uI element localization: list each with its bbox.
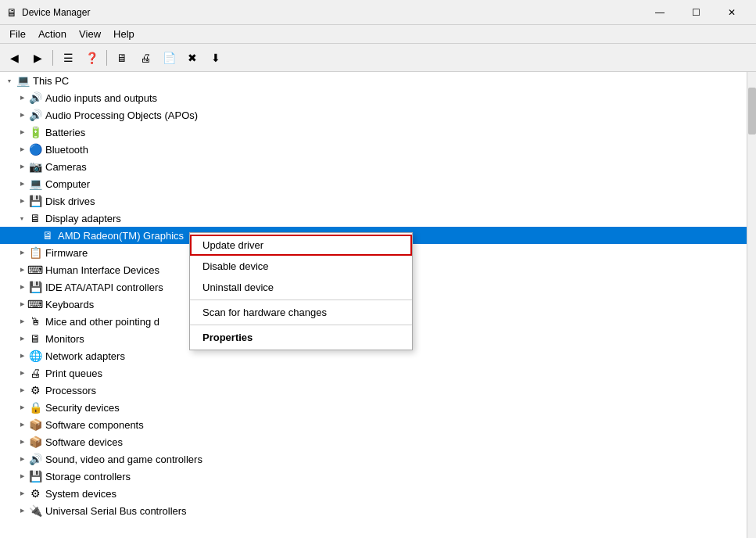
back-button[interactable]: ◀: [3, 47, 25, 69]
disk-drives-icon: 💾: [28, 194, 42, 208]
amd-radeon-icon: 🖥: [41, 228, 55, 242]
amd-radeon-label: AMD Radeon(TM) Graphics: [58, 230, 184, 242]
cameras-expand-icon: [16, 160, 28, 173]
security-devices-icon: 🔒: [28, 400, 42, 414]
tree-item-sound-video[interactable]: 🔊 Sound, video and game controllers: [0, 450, 747, 468]
monitors-label: Monitors: [45, 333, 84, 345]
view-device-button[interactable]: 🖥: [111, 47, 133, 69]
tree-item-processors[interactable]: ⚙ Processors: [0, 382, 747, 399]
root-expand-icon: [3, 74, 16, 87]
title-bar: 🖥 Device Manager — ☐ ✕: [0, 0, 756, 25]
usb-icon: 🔌: [28, 504, 42, 518]
properties-toolbar-button[interactable]: ☰: [57, 47, 79, 69]
maximize-button[interactable]: ☐: [678, 0, 714, 25]
bluetooth-expand-icon: [16, 143, 28, 156]
tree-item-display-adapters[interactable]: 🖥 Display adapters: [0, 210, 747, 227]
help-toolbar-button[interactable]: ❓: [81, 47, 102, 69]
tree-item-software-devices[interactable]: 📦 Software devices: [0, 433, 747, 450]
security-devices-expand-icon: [16, 401, 28, 414]
tree-item-security-devices[interactable]: 🔒 Security devices: [0, 399, 747, 416]
usb-label: Universal Serial Bus controllers: [45, 505, 187, 517]
tree-item-audio-processing[interactable]: 🔊 Audio Processing Objects (APOs): [0, 106, 747, 124]
menu-file[interactable]: File: [3, 27, 32, 41]
update-toolbar-button[interactable]: ⬇: [205, 47, 227, 69]
app-icon: 🖥: [6, 6, 17, 19]
scrollbar[interactable]: [747, 72, 756, 538]
cameras-label: Cameras: [45, 161, 87, 173]
ide-icon: 💾: [28, 280, 42, 294]
bluetooth-label: Bluetooth: [45, 144, 88, 156]
audio-processing-label: Audio Processing Objects (APOs): [45, 109, 198, 121]
tree-item-audio-inputs[interactable]: 🔊 Audio inputs and outputs: [0, 89, 747, 106]
tree-item-usb[interactable]: 🔌 Universal Serial Bus controllers: [0, 502, 747, 519]
software-devices-expand-icon: [16, 436, 28, 448]
system-devices-expand-icon: [16, 487, 28, 500]
keyboards-expand-icon: [16, 298, 28, 310]
audio-processing-expand-icon: [16, 109, 28, 121]
toolbar: ◀ ▶ ☰ ❓ 🖥 🖨 📄 ✖ ⬇: [0, 44, 756, 72]
monitors-expand-icon: [16, 332, 28, 345]
tree-item-batteries[interactable]: 🔋 Batteries: [0, 124, 747, 141]
tree-item-storage-controllers[interactable]: 💾 Storage controllers: [0, 468, 747, 485]
context-menu: Update driver Disable device Uninstall d…: [189, 232, 413, 350]
scan-toolbar-button[interactable]: 📄: [158, 47, 180, 69]
mice-expand-icon: [16, 315, 28, 328]
context-menu-update-driver[interactable]: Update driver: [190, 235, 412, 256]
storage-controllers-label: Storage controllers: [45, 471, 131, 482]
context-menu-scan-hardware[interactable]: Scan for hardware changes: [190, 302, 412, 323]
tree-item-disk-drives[interactable]: 💾 Disk drives: [0, 192, 747, 210]
sound-video-expand-icon: [16, 453, 28, 465]
network-adapters-label: Network adapters: [45, 350, 125, 362]
firmware-icon: 📋: [28, 246, 42, 260]
main-content: 💻 This PC 🔊 Audio inputs and outputs 🔊 A…: [0, 72, 756, 538]
system-devices-label: System devices: [45, 488, 116, 500]
batteries-expand-icon: [16, 126, 28, 138]
tree-item-computer[interactable]: 💻 Computer: [0, 175, 747, 192]
context-menu-properties[interactable]: Properties: [190, 327, 412, 348]
menu-action[interactable]: Action: [32, 27, 73, 41]
disk-drives-label: Disk drives: [45, 195, 95, 207]
network-adapters-icon: 🌐: [28, 349, 42, 363]
tree-item-software-components[interactable]: 📦 Software components: [0, 416, 747, 433]
monitors-icon: 🖥: [28, 332, 42, 346]
firmware-expand-icon: [16, 246, 28, 259]
root-label: This PC: [33, 75, 69, 87]
tree-item-cameras[interactable]: 📷 Cameras: [0, 158, 747, 175]
tree-item-bluetooth[interactable]: 🔵 Bluetooth: [0, 141, 747, 158]
uninstall-toolbar-button[interactable]: ✖: [181, 47, 203, 69]
hid-icon: ⌨: [28, 263, 42, 277]
processors-expand-icon: [16, 384, 28, 396]
menu-view[interactable]: View: [73, 27, 107, 41]
context-menu-disable-device[interactable]: Disable device: [190, 256, 412, 277]
close-button[interactable]: ✕: [714, 0, 750, 25]
firmware-label: Firmware: [45, 247, 88, 259]
batteries-icon: 🔋: [28, 125, 42, 139]
processors-label: Processors: [45, 385, 96, 396]
context-menu-separator-2: [190, 325, 412, 325]
scrollbar-thumb[interactable]: [748, 88, 756, 134]
processors-icon: ⚙: [28, 383, 42, 397]
system-devices-icon: ⚙: [28, 486, 42, 500]
toolbar-separator-2: [106, 50, 107, 66]
print-button[interactable]: 🖨: [134, 47, 156, 69]
context-menu-uninstall-device[interactable]: Uninstall device: [190, 277, 412, 298]
storage-controllers-expand-icon: [16, 470, 28, 482]
sound-video-label: Sound, video and game controllers: [45, 454, 202, 465]
software-components-expand-icon: [16, 418, 28, 431]
print-queues-icon: 🖨: [28, 366, 42, 380]
disk-drives-expand-icon: [16, 195, 28, 207]
tree-item-system-devices[interactable]: ⚙ System devices: [0, 485, 747, 502]
display-adapters-label: Display adapters: [45, 213, 121, 224]
keyboards-icon: ⌨: [28, 297, 42, 311]
tree-item-print-queues[interactable]: 🖨 Print queues: [0, 364, 747, 382]
usb-expand-icon: [16, 504, 28, 517]
tree-item-root[interactable]: 💻 This PC: [0, 72, 747, 89]
menu-help[interactable]: Help: [107, 27, 141, 41]
minimize-button[interactable]: —: [642, 0, 678, 25]
mice-icon: 🖱: [28, 314, 42, 328]
window-title: Device Manager: [22, 7, 90, 18]
forward-button[interactable]: ▶: [27, 47, 48, 69]
ide-label: IDE ATA/ATAPI controllers: [45, 282, 163, 293]
window-controls: — ☐ ✕: [642, 0, 750, 25]
device-tree-panel[interactable]: 💻 This PC 🔊 Audio inputs and outputs 🔊 A…: [0, 72, 747, 538]
